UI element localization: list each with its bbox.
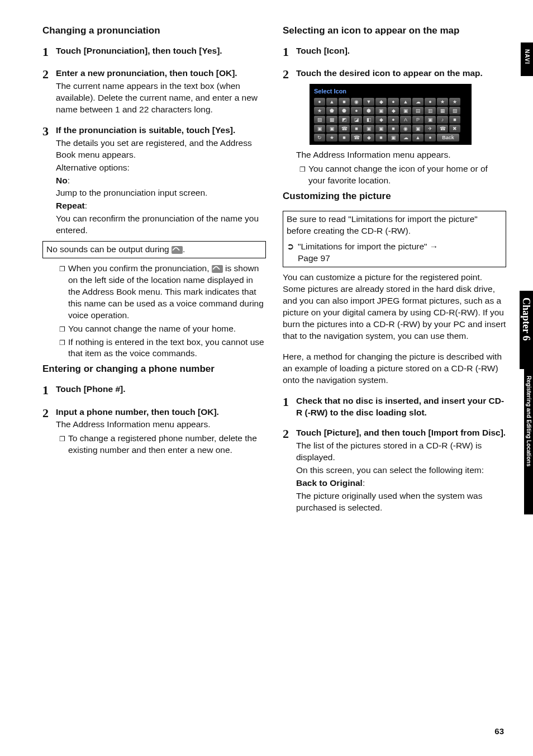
icon-step-2-head: Touch the desired icon to appear on the … (296, 68, 506, 79)
heading-custom-picture: Customizing the picture (283, 190, 506, 203)
back-to-original-text: The picture originally used when the sys… (296, 490, 506, 514)
back-to-original-colon: : (363, 478, 365, 488)
icon-after-text: The Address Information menu appears. (296, 149, 506, 161)
note-nosound-pre: No sounds can be output during (46, 244, 172, 254)
voice-icon (172, 246, 183, 254)
screenshot-title: Select Icon (313, 87, 468, 98)
screenshot-back-button: Back (437, 134, 459, 141)
icon-step-2-num: 2 (283, 68, 296, 187)
note-box-nosound: No sounds can be output during . (42, 241, 266, 258)
step-2-text: The current name appears in the text box… (56, 81, 266, 116)
custom-step-2-num: 2 (283, 427, 296, 513)
page-number: 63 (494, 726, 504, 737)
heading-icon: Selecting an icon to appear on the map (283, 25, 506, 37)
phone-step-1-num: 1 (42, 384, 56, 397)
side-tab-navi: NAVI (521, 42, 533, 76)
phone-step-1-head: Touch [Phone #]. (56, 384, 266, 395)
step-3-head: If the pronunciation is suitable, touch … (56, 125, 266, 136)
note-custom-text: Be sure to read "Limitations for import … (287, 214, 502, 237)
bullet-icon: ❐ (56, 323, 68, 335)
bullet-1: When you confirm the pronunciation, is s… (68, 263, 266, 322)
note-box-custom: Be sure to read "Limitations for import … (283, 211, 506, 268)
heading-changing-pronunciation: Changing a pronunciation (42, 25, 266, 37)
opt-no-text: Jump to the pronunciation input screen. (56, 187, 266, 199)
step-3-text: The details you set are registered, and … (56, 138, 266, 161)
opt-repeat-text: You can reconfirm the pronunciation of t… (56, 213, 266, 237)
step-2-head: Enter a new pronunciation, then touch [O… (56, 68, 266, 79)
side-tab-chapter: Chapter 6 (520, 291, 533, 369)
custom-step-2-head: Touch [Picture], and then touch [Import … (296, 427, 506, 439)
opt-repeat-label: Repeat (56, 201, 85, 210)
custom-step-2-text2: On this screen, you can select the follo… (296, 465, 506, 476)
phone-step-2-bullet: To change a registered phone number, del… (68, 433, 266, 456)
reference-text: "Limitations for import the picture" → P… (298, 241, 502, 264)
step-number-3: 3 (42, 125, 56, 237)
step-1-head: Touch [Pronunciation], then touch [Yes]. (56, 45, 266, 57)
step-number-2: 2 (42, 68, 56, 116)
phone-step-2-text: The Address Information menu appears. (56, 419, 266, 431)
bullet-3: If nothing is entered in the text box, y… (68, 337, 266, 360)
icon-step-1-num: 1 (283, 45, 296, 59)
back-to-original-label: Back to Original (296, 478, 363, 488)
screenshot-icon-grid: ●▲■◉▼◆●▲☁●★★ ★⬟⬣●⬢▣◆▣▤▥▦▧ ▨▩◩◪◧◆●AP▣♪■ ▣… (313, 98, 468, 141)
phone-step-2-num: 2 (42, 407, 56, 457)
heading-phone: Entering or changing a phone number (42, 363, 266, 376)
step-3-alt: Alternative options: (56, 162, 266, 174)
opt-no-colon: : (68, 176, 70, 185)
icon-step-1-head: Touch [Icon]. (296, 45, 506, 57)
step-number-1: 1 (42, 45, 56, 59)
bullet-icon: ❐ (56, 337, 68, 360)
custom-paragraph-1: You can customize a picture for the regi… (283, 272, 506, 342)
side-tab-section: Registering and Editing Locations (524, 369, 533, 514)
custom-step-2-text1: The list of the pictures stored in a CD-… (296, 440, 506, 464)
bullet-icon: ❐ (296, 163, 308, 187)
bullet-icon: ❐ (56, 433, 68, 456)
phone-step-2-head: Input a phone number, then touch [OK]. (56, 407, 266, 418)
bullet-icon: ❐ (56, 263, 68, 322)
bullet-2: You cannot change the name of your home. (68, 323, 266, 335)
custom-paragraph-2: Here, a method for changing the picture … (283, 351, 506, 386)
reference-icon: ➲ (287, 241, 298, 264)
voice-icon (212, 265, 223, 273)
note-nosound-post: . (183, 244, 185, 254)
custom-step-1-head: Check that no disc is inserted, and inse… (296, 395, 506, 419)
icon-bullet-1: You cannot change the icon of your home … (308, 163, 506, 187)
custom-step-1-num: 1 (283, 395, 296, 419)
select-icon-screenshot: Select Icon ●▲■◉▼◆●▲☁●★★ ★⬟⬣●⬢▣◆▣▤▥▦▧ ▨▩… (310, 84, 472, 145)
opt-no-label: No (56, 176, 68, 185)
opt-repeat-colon: : (85, 201, 87, 210)
